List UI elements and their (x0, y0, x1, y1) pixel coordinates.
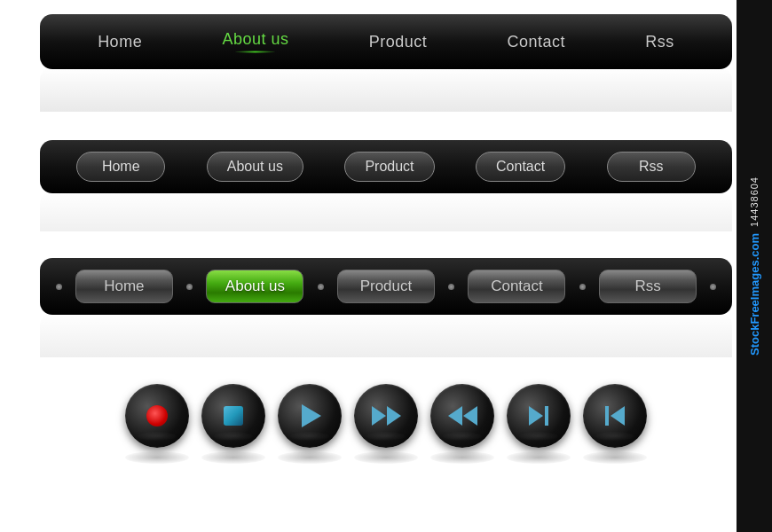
record-button[interactable] (125, 384, 189, 448)
fast-forward-button[interactable] (354, 384, 418, 448)
nav2-rss[interactable]: Rss (607, 152, 696, 182)
dot-3 (448, 284, 454, 290)
shadow-3 (278, 451, 342, 464)
play-icon (302, 404, 321, 427)
rewind-button[interactable] (430, 384, 494, 448)
play-button[interactable] (278, 384, 342, 448)
nav1-contact[interactable]: Contact (508, 33, 566, 51)
nav1-home[interactable]: Home (98, 33, 142, 51)
skip-forward-button[interactable] (507, 384, 571, 448)
shadow-4 (354, 451, 418, 464)
navbar-3-reflection (40, 313, 732, 357)
skip-backward-button[interactable] (583, 384, 647, 448)
skip-forward-icon (529, 406, 548, 426)
nav3-about[interactable]: About us (206, 270, 303, 303)
shadow-6 (507, 451, 571, 464)
dot-4 (579, 284, 586, 290)
sidebar-brand: StockFreeImages.com (748, 233, 761, 356)
dot-1 (186, 284, 193, 290)
fast-forward-icon (372, 406, 401, 426)
nav2-product[interactable]: Product (344, 152, 434, 182)
shadow-5 (430, 451, 494, 464)
shadow-7 (583, 451, 647, 464)
nav3-contact[interactable]: Contact (468, 270, 565, 303)
nav3-product[interactable]: Product (337, 270, 435, 303)
nav2-home[interactable]: Home (76, 152, 165, 182)
rewind-icon (448, 406, 477, 426)
navbar-2: Home About us Product Contact Rss (40, 140, 732, 193)
nav1-about[interactable]: About us (222, 30, 288, 53)
navbar-1-reflection (40, 67, 732, 112)
nav2-about[interactable]: About us (207, 152, 303, 182)
dot-right (710, 284, 716, 290)
record-icon (146, 405, 168, 426)
nav1-rss[interactable]: Rss (645, 33, 674, 51)
nav3-home[interactable]: Home (75, 270, 173, 303)
dot-left (56, 284, 62, 290)
sidebar-id: 14438604 (749, 176, 760, 227)
dot-2 (318, 284, 324, 290)
media-shadow (125, 451, 647, 464)
shadow-1 (125, 451, 189, 464)
sidebar: 14438604 StockFreeImages.com (737, 0, 772, 532)
nav2-contact[interactable]: Contact (476, 152, 565, 182)
navbar-1: Home About us Product Contact Rss (40, 14, 732, 69)
stop-button[interactable] (201, 384, 265, 448)
skip-backward-icon (605, 406, 625, 426)
nav3-rss[interactable]: Rss (599, 270, 697, 303)
navbar-3: Home About us Product Contact Rss (40, 258, 732, 315)
stop-icon (224, 406, 243, 426)
nav1-product[interactable]: Product (369, 33, 428, 51)
shadow-2 (201, 451, 265, 464)
media-controls (125, 384, 647, 448)
navbar-2-reflection (40, 192, 732, 231)
